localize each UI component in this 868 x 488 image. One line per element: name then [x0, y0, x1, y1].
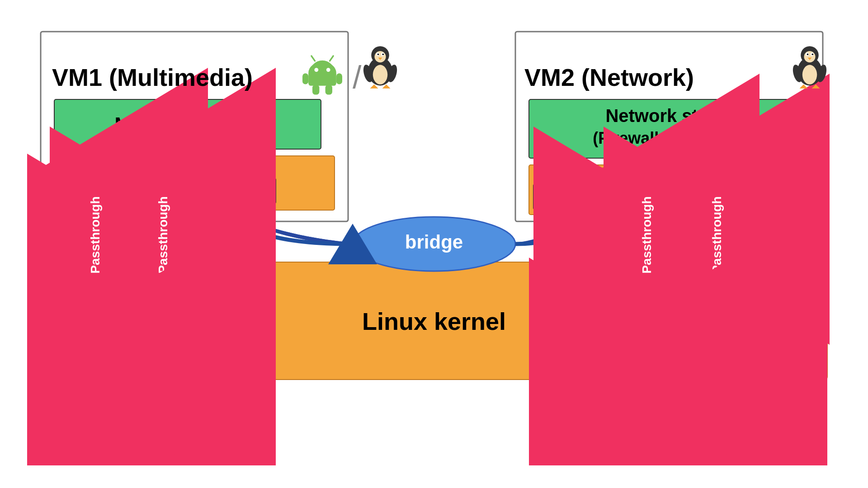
svg-rect-44 — [685, 393, 764, 422]
svg-text:Ethernet: Ethernet — [691, 188, 742, 202]
svg-rect-19 — [619, 184, 674, 209]
svg-marker-86 — [812, 84, 820, 89]
svg-text:GPU: GPU — [155, 399, 184, 414]
svg-text:Linux kernel: Linux kernel — [142, 158, 233, 175]
svg-rect-21 — [680, 184, 753, 209]
svg-line-56 — [311, 56, 315, 61]
svg-text:Passthrough: Passthrough — [710, 196, 724, 273]
svg-rect-15 — [529, 165, 809, 215]
svg-rect-10 — [197, 178, 276, 203]
svg-point-52 — [308, 62, 336, 84]
svg-rect-17 — [533, 184, 613, 209]
svg-marker-71 — [378, 57, 382, 60]
svg-point-81 — [811, 53, 814, 56]
svg-point-67 — [376, 53, 379, 56]
svg-point-63 — [368, 57, 392, 86]
svg-point-80 — [806, 53, 809, 56]
svg-point-25 — [353, 217, 515, 271]
svg-text:Wi-Fi: Wi-Fi — [625, 399, 658, 414]
svg-rect-61 — [326, 85, 332, 95]
svg-text:virtio-net: virtio-net — [211, 183, 261, 197]
svg-text:Linux kernel: Linux kernel — [624, 167, 714, 184]
svg-point-79 — [804, 51, 815, 62]
svg-point-68 — [381, 53, 384, 56]
svg-point-66 — [374, 51, 386, 62]
diagram: Multimedia stack Linux kernel display GP… — [27, 23, 841, 465]
svg-rect-6 — [61, 178, 129, 203]
svg-text:Passthrough: Passthrough — [156, 196, 170, 273]
svg-point-64 — [373, 65, 387, 84]
svg-text:Ethernet: Ethernet — [697, 399, 752, 414]
svg-point-83 — [812, 53, 814, 55]
svg-text:VM2 (Network): VM2 (Network) — [524, 64, 694, 91]
svg-text:Passthrough: Passthrough — [88, 196, 102, 273]
svg-text:Multimedia stack: Multimedia stack — [115, 114, 261, 134]
svg-rect-0 — [41, 32, 348, 221]
svg-marker-72 — [370, 84, 378, 89]
svg-point-74 — [362, 64, 374, 83]
svg-line-57 — [330, 56, 334, 61]
svg-point-77 — [802, 65, 817, 84]
svg-rect-59 — [336, 73, 342, 84]
svg-rect-53 — [308, 72, 336, 86]
svg-point-88 — [816, 64, 828, 83]
svg-text:bridge: bridge — [405, 231, 463, 253]
svg-point-78 — [801, 46, 819, 64]
svg-point-82 — [807, 53, 809, 55]
svg-text:Network stack: Network stack — [605, 106, 728, 126]
svg-rect-38 — [54, 393, 133, 422]
svg-point-75 — [386, 64, 399, 83]
svg-rect-1 — [515, 32, 823, 221]
svg-text:(Firewall, NAT, etc.): (Firewall, NAT, etc.) — [593, 129, 741, 147]
svg-rect-12 — [529, 99, 805, 158]
svg-rect-8 — [136, 178, 190, 203]
svg-marker-85 — [800, 84, 808, 89]
svg-rect-40 — [142, 393, 197, 422]
svg-text:display: display — [70, 399, 117, 414]
svg-point-70 — [382, 53, 384, 55]
svg-rect-4 — [54, 156, 335, 210]
svg-text:/: / — [353, 60, 362, 95]
svg-text:display: display — [73, 183, 117, 197]
svg-point-87 — [791, 64, 804, 83]
svg-rect-2 — [54, 99, 321, 149]
svg-point-54 — [314, 68, 318, 72]
svg-text:Linux kernel: Linux kernel — [362, 308, 506, 335]
svg-text:GPU: GPU — [149, 183, 177, 197]
svg-marker-84 — [808, 57, 812, 60]
svg-point-76 — [797, 57, 822, 86]
svg-text:Passthrough: Passthrough — [640, 196, 654, 273]
svg-point-55 — [326, 68, 330, 72]
svg-text:Wi-Fi: Wi-Fi — [631, 188, 662, 202]
svg-rect-58 — [302, 73, 308, 84]
svg-text:virtio-net: virtio-net — [547, 189, 598, 202]
svg-point-65 — [371, 46, 389, 64]
svg-rect-60 — [312, 85, 319, 95]
svg-rect-23 — [41, 262, 827, 380]
svg-point-69 — [377, 53, 379, 55]
svg-marker-73 — [382, 84, 391, 89]
svg-rect-42 — [610, 393, 674, 422]
svg-text:VM1 (Multimedia): VM1 (Multimedia) — [52, 64, 253, 91]
